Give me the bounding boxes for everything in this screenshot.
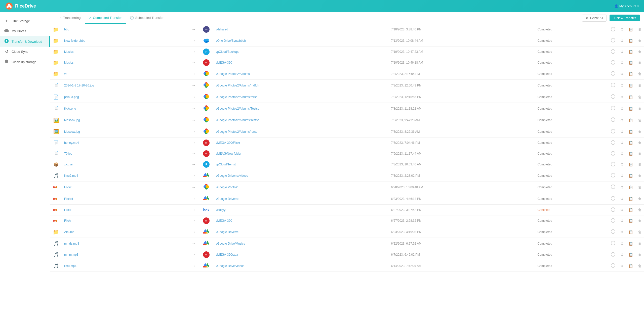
delete-button[interactable]: 🗑 xyxy=(635,80,644,91)
delete-button[interactable]: 🗑 xyxy=(635,57,644,68)
refresh-button[interactable] xyxy=(608,126,618,138)
settings-button[interactable]: ⚙ xyxy=(618,159,626,170)
delete-button[interactable]: 🗑 xyxy=(635,215,644,226)
delete-button[interactable]: 🗑 xyxy=(635,226,644,238)
refresh-button[interactable] xyxy=(608,159,618,170)
refresh-button[interactable] xyxy=(608,249,618,260)
settings-button[interactable]: ⚙ xyxy=(618,80,626,91)
settings-button[interactable]: ⚙ xyxy=(618,148,626,159)
refresh-button[interactable] xyxy=(608,114,618,126)
report-button[interactable]: 📋 xyxy=(626,91,635,103)
report-button[interactable]: 📋 xyxy=(626,148,635,159)
delete-button[interactable]: 🗑 xyxy=(635,24,644,35)
refresh-button[interactable] xyxy=(608,91,618,103)
refresh-button[interactable] xyxy=(608,103,618,114)
report-button[interactable]: 📋 xyxy=(626,260,635,272)
delete-button[interactable]: 🗑 xyxy=(635,47,644,57)
delete-button[interactable]: 🗑 xyxy=(635,249,644,260)
refresh-button[interactable] xyxy=(608,226,618,238)
refresh-button[interactable] xyxy=(608,215,618,226)
report-button[interactable]: 📋 xyxy=(626,126,635,138)
report-button[interactable]: 📋 xyxy=(626,181,635,193)
report-button[interactable]: 📋 xyxy=(626,193,635,205)
settings-button[interactable]: ⚙ xyxy=(618,68,626,80)
report-button[interactable]: 📋 xyxy=(626,249,635,260)
new-transfer-button[interactable]: + New Transfer xyxy=(610,15,640,21)
delete-button[interactable]: 🗑 xyxy=(635,68,644,80)
settings-button[interactable]: ⚙ xyxy=(618,181,626,193)
report-button[interactable]: 📋 xyxy=(626,57,635,68)
sidebar-item-cleanup[interactable]: Clean up storage xyxy=(0,57,50,67)
settings-button[interactable]: ⚙ xyxy=(618,226,626,238)
sidebar-item-link-storage[interactable]: + Link Storage xyxy=(0,16,50,26)
refresh-button[interactable] xyxy=(608,260,618,272)
report-button[interactable]: 📋 xyxy=(626,24,635,35)
settings-button[interactable]: ⚙ xyxy=(618,138,626,148)
report-button[interactable]: 📋 xyxy=(626,138,635,148)
sidebar-item-cloud-sync[interactable]: ↺ Cloud Sync xyxy=(0,47,50,57)
refresh-button[interactable] xyxy=(608,138,618,148)
refresh-button[interactable] xyxy=(608,47,618,57)
settings-button[interactable]: ⚙ xyxy=(618,238,626,249)
refresh-button[interactable] xyxy=(608,205,618,215)
report-button[interactable]: 📋 xyxy=(626,103,635,114)
refresh-button[interactable] xyxy=(608,80,618,91)
report-button[interactable]: 📋 xyxy=(626,170,635,181)
tab-transferring[interactable]: → Transferring xyxy=(54,12,85,24)
report-button[interactable]: 📋 xyxy=(626,238,635,249)
account-menu[interactable]: 👤 My Account ▾ xyxy=(614,4,639,8)
audio-icon: 🎵 xyxy=(53,263,59,268)
refresh-button[interactable] xyxy=(608,193,618,205)
tab-completed-transfer[interactable]: ✓ Completed Transfer xyxy=(85,12,126,24)
delete-all-button[interactable]: 🗑 Delete All xyxy=(582,15,607,22)
report-button[interactable]: 📋 xyxy=(626,114,635,126)
settings-button[interactable]: ⚙ xyxy=(618,35,626,47)
delete-button[interactable]: 🗑 xyxy=(635,35,644,47)
settings-button[interactable]: ⚙ xyxy=(618,47,626,57)
refresh-button[interactable] xyxy=(608,35,618,47)
delete-button[interactable]: 🗑 xyxy=(635,126,644,138)
settings-button[interactable]: ⚙ xyxy=(618,215,626,226)
report-button[interactable]: 📋 xyxy=(626,47,635,57)
settings-button[interactable]: ⚙ xyxy=(618,249,626,260)
report-button[interactable]: 📋 xyxy=(626,205,635,215)
settings-button[interactable]: ⚙ xyxy=(618,57,626,68)
refresh-button[interactable] xyxy=(608,170,618,181)
delete-button[interactable]: 🗑 xyxy=(635,260,644,272)
sidebar-item-transfer-download[interactable]: Transfer & Download xyxy=(0,36,50,47)
delete-button[interactable]: 🗑 xyxy=(635,238,644,249)
settings-button[interactable]: ⚙ xyxy=(618,103,626,114)
delete-button[interactable]: 🗑 xyxy=(635,170,644,181)
delete-button[interactable]: 🗑 xyxy=(635,91,644,103)
refresh-button[interactable] xyxy=(608,148,618,159)
settings-button[interactable]: ⚙ xyxy=(618,260,626,272)
settings-button[interactable]: ⚙ xyxy=(618,91,626,103)
settings-button[interactable]: ⚙ xyxy=(618,193,626,205)
settings-button[interactable]: ⚙ xyxy=(618,170,626,181)
delete-button[interactable]: 🗑 xyxy=(635,181,644,193)
report-button[interactable]: 📋 xyxy=(626,215,635,226)
tab-scheduled-transfer[interactable]: 🕐 Scheduled Transfer xyxy=(126,12,168,24)
refresh-button[interactable] xyxy=(608,238,618,249)
refresh-button[interactable] xyxy=(608,181,618,193)
report-button[interactable]: 📋 xyxy=(626,68,635,80)
sidebar-item-my-drives[interactable]: My Drives xyxy=(0,26,50,36)
delete-button[interactable]: 🗑 xyxy=(635,148,644,159)
settings-button[interactable]: ⚙ xyxy=(618,114,626,126)
settings-button[interactable]: ⚙ xyxy=(618,24,626,35)
delete-button[interactable]: 🗑 xyxy=(635,205,644,215)
report-button[interactable]: 📋 xyxy=(626,226,635,238)
delete-button[interactable]: 🗑 xyxy=(635,103,644,114)
delete-button[interactable]: 🗑 xyxy=(635,138,644,148)
report-button[interactable]: 📋 xyxy=(626,80,635,91)
delete-button[interactable]: 🗑 xyxy=(635,114,644,126)
settings-button[interactable]: ⚙ xyxy=(618,205,626,215)
settings-button[interactable]: ⚙ xyxy=(618,126,626,138)
delete-button[interactable]: 🗑 xyxy=(635,193,644,205)
refresh-button[interactable] xyxy=(608,24,618,35)
delete-button[interactable]: 🗑 xyxy=(635,159,644,170)
refresh-button[interactable] xyxy=(608,68,618,80)
report-button[interactable]: 📋 xyxy=(626,35,635,47)
report-button[interactable]: 📋 xyxy=(626,159,635,170)
refresh-button[interactable] xyxy=(608,57,618,68)
